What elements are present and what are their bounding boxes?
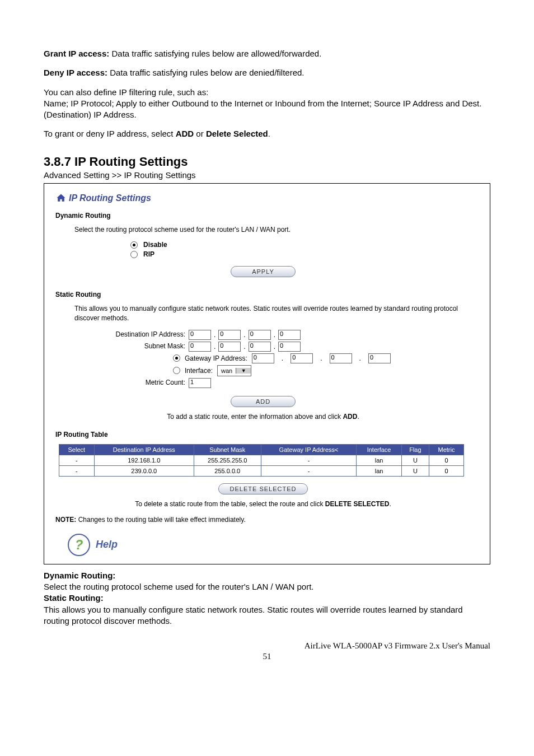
grant-desc: Data traffic satisfying rules below are …	[109, 49, 321, 58]
cell-flag: U	[401, 455, 429, 465]
footer-page: 51	[44, 652, 490, 661]
gw-1[interactable]: 0	[252, 353, 274, 363]
stat-label: Static Routing:	[44, 593, 104, 603]
col-iface: Interface	[357, 444, 401, 455]
radio-disable-row[interactable]: Disable	[130, 241, 474, 249]
deny-access-text: Deny IP access: Data traffic satisfying …	[44, 67, 490, 78]
instr-or: or	[194, 129, 206, 138]
delete-hint: To delete a static route from the table,…	[52, 500, 474, 508]
mask-3[interactable]: 0	[249, 342, 271, 352]
table-header-row: Select Destination IP Address Subnet Mas…	[59, 444, 464, 455]
mask-1[interactable]: 0	[189, 342, 211, 352]
grant-deny-instruction: To grant or deny IP address, select ADD …	[44, 128, 490, 139]
dest-ip-label: Destination IP Address:	[52, 331, 189, 338]
static-routing-desc: This allows you to manually configure st…	[74, 304, 474, 323]
cell-metric: 0	[429, 455, 464, 465]
dest-ip-4[interactable]: 0	[278, 330, 301, 340]
dynamic-routing-heading: Dynamic Routing	[55, 212, 474, 220]
help-row[interactable]: ? Help	[68, 534, 474, 556]
ip-routing-table-heading: IP Routing Table	[55, 431, 474, 438]
cell-mask: 255.255.255.0	[194, 455, 261, 465]
add-button[interactable]: ADD	[231, 396, 296, 407]
define-line1: You can also define IP filtering rule, s…	[44, 87, 490, 98]
interface-value: wan	[218, 367, 236, 374]
add-hint: To add a static route, enter the informa…	[52, 413, 474, 421]
col-mask: Subnet Mask	[194, 444, 261, 455]
panel-title-text: IP Routing Settings	[69, 193, 151, 203]
metric-label: Metric Count:	[52, 379, 189, 386]
radio-disable[interactable]	[130, 241, 138, 249]
cell-iface: lan	[357, 455, 401, 465]
metric-row: Metric Count: 1	[52, 378, 474, 388]
dest-ip-2[interactable]: 0	[218, 330, 241, 340]
apply-button[interactable]: APPLY	[231, 266, 296, 277]
metric-input[interactable]: 1	[189, 378, 211, 388]
radio-disable-label: Disable	[143, 241, 167, 249]
chevron-down-icon: ▼	[236, 368, 251, 374]
gw-3[interactable]: 0	[330, 353, 352, 363]
table-row[interactable]: - 192.168.1.0 255.255.255.0 - lan U 0	[59, 455, 464, 465]
cell-mask: 255.0.0.0	[194, 465, 261, 476]
define-line2: Name; IP Protocol; Apply to either Outbo…	[44, 98, 490, 121]
cell-iface: lan	[357, 465, 401, 476]
house-icon	[55, 193, 67, 204]
deny-label: Deny IP access:	[44, 68, 107, 77]
gw-2[interactable]: 0	[291, 353, 313, 363]
interface-row: Interface: wan ▼	[173, 365, 474, 376]
gateway-label: Gateway IP Address:	[185, 354, 247, 362]
mask-label: Subnet Mask:	[52, 343, 189, 350]
cell-metric: 0	[429, 465, 464, 476]
grant-access-text: Grant IP access: Data traffic satisfying…	[44, 48, 490, 59]
grant-label: Grant IP access:	[44, 49, 109, 58]
instr-add: ADD	[176, 129, 194, 138]
ip-routing-table: Select Destination IP Address Subnet Mas…	[59, 444, 464, 477]
page-footer: AirLive WLA-5000AP v3 Firmware 2.x User'…	[44, 641, 490, 661]
radio-interface[interactable]	[173, 367, 180, 374]
col-select: Select	[59, 444, 95, 455]
add-hint-pre: To add a static route, enter the informa…	[167, 413, 343, 421]
cell-dest: 192.168.1.0	[94, 455, 194, 465]
del-hint-post: .	[389, 500, 391, 508]
interface-select[interactable]: wan ▼	[217, 365, 251, 376]
note-line: NOTE: Changes to the routing table will …	[55, 516, 474, 524]
cell-select: -	[59, 455, 95, 465]
radio-rip-row[interactable]: RIP	[130, 250, 474, 258]
footer-product: AirLive WLA-5000AP v3 Firmware 2.x User'…	[44, 641, 490, 651]
dynamic-routing-desc: Select the routing protocol scheme used …	[74, 225, 474, 235]
radio-gateway[interactable]	[173, 354, 180, 362]
col-gw: Gateway IP Address<	[261, 444, 357, 455]
table-row[interactable]: - 239.0.0.0 255.0.0.0 - lan U 0	[59, 465, 464, 476]
mask-2[interactable]: 0	[218, 342, 241, 352]
dest-ip-1[interactable]: 0	[189, 330, 211, 340]
radio-rip-label: RIP	[143, 250, 154, 258]
ip-routing-panel: IP Routing Settings Dynamic Routing Sele…	[44, 183, 490, 564]
dest-ip-3[interactable]: 0	[249, 330, 271, 340]
help-icon: ?	[68, 534, 90, 556]
del-hint-pre: To delete a static route from the table,…	[135, 500, 325, 508]
dyn-text: Select the routing protocol scheme used …	[44, 581, 490, 592]
instr-del: Delete Selected	[206, 129, 268, 138]
help-text: Help	[96, 539, 118, 550]
cell-select: -	[59, 465, 95, 476]
deny-desc: Data traffic satisfying rules below are …	[107, 68, 305, 77]
add-hint-bold: ADD	[343, 413, 357, 421]
cell-gw: -	[261, 455, 357, 465]
dyn-label: Dynamic Routing:	[44, 571, 115, 580]
dest-ip-row: Destination IP Address: 0. 0. 0. 0	[52, 330, 474, 340]
cell-gw: -	[261, 465, 357, 476]
gw-4[interactable]: 0	[368, 353, 391, 363]
add-hint-post: .	[357, 413, 359, 421]
interface-label: Interface:	[185, 367, 213, 375]
del-hint-bold: DELETE SELECTED	[325, 500, 390, 508]
panel-title-row: IP Routing Settings	[55, 193, 474, 204]
mask-4[interactable]: 0	[278, 342, 301, 352]
instr-period: .	[268, 129, 270, 138]
note-text: Changes to the routing table will take e…	[76, 516, 245, 524]
static-routing-heading: Static Routing	[55, 291, 474, 298]
instr-pre: To grant or deny IP address, select	[44, 129, 176, 138]
section-title: 3.8.7 IP Routing Settings	[44, 155, 490, 169]
col-metric: Metric	[429, 444, 464, 455]
radio-rip[interactable]	[130, 251, 138, 258]
delete-selected-button[interactable]: DELETE SELECTED	[218, 483, 308, 494]
gateway-row: Gateway IP Address: 0. 0. 0. 0	[173, 353, 474, 363]
